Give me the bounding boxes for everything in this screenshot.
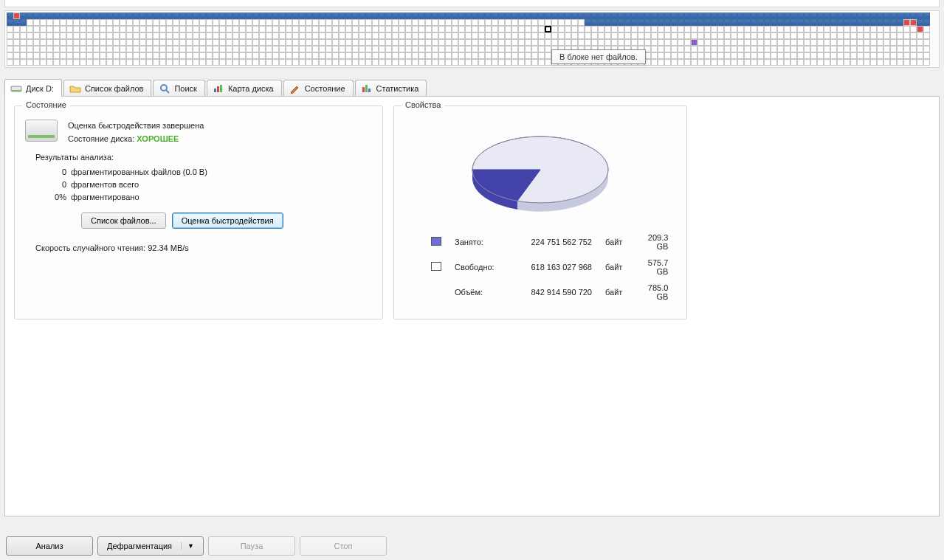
diskmap-cell[interactable] — [219, 19, 226, 26]
diskmap-cell[interactable] — [292, 32, 299, 39]
diskmap-cell[interactable] — [697, 46, 704, 52]
diskmap-cell[interactable] — [764, 19, 771, 26]
diskmap-cell[interactable] — [306, 32, 312, 39]
diskmap-cell[interactable] — [166, 39, 173, 46]
diskmap-cell[interactable] — [511, 59, 518, 66]
diskmap-cell[interactable] — [498, 39, 505, 46]
diskmap-cell[interactable] — [332, 59, 339, 66]
diskmap-cell[interactable] — [844, 52, 850, 59]
diskmap-cell[interactable] — [857, 32, 864, 39]
diskmap-cell[interactable] — [80, 59, 86, 66]
diskmap-cell[interactable] — [73, 32, 80, 39]
diskmap-cell[interactable] — [903, 59, 910, 66]
diskmap-cell[interactable] — [432, 26, 438, 32]
diskmap-cell[interactable] — [651, 39, 658, 46]
diskmap-cell[interactable] — [213, 46, 219, 52]
diskmap-cell[interactable] — [538, 52, 545, 59]
diskmap-cell[interactable] — [133, 13, 139, 19]
diskmap-cell[interactable] — [585, 13, 591, 19]
diskmap-cell[interactable] — [565, 13, 571, 19]
diskmap-cell[interactable] — [286, 59, 292, 66]
diskmap-cell[interactable] — [830, 26, 837, 32]
diskmap-cell[interactable] — [279, 19, 286, 26]
diskmap-cell[interactable] — [691, 52, 697, 59]
diskmap-cell[interactable] — [571, 19, 578, 26]
diskmap-cell[interactable] — [917, 19, 923, 26]
diskmap-cell[interactable] — [857, 39, 864, 46]
diskmap-cell[interactable] — [764, 39, 771, 46]
diskmap-cell[interactable] — [232, 13, 239, 19]
diskmap-cell[interactable] — [910, 13, 917, 19]
diskmap-cell[interactable] — [359, 19, 365, 26]
diskmap-cell[interactable] — [864, 46, 870, 52]
diskmap-cell[interactable] — [864, 52, 870, 59]
diskmap-cell[interactable] — [923, 13, 930, 19]
diskmap-cell[interactable] — [425, 32, 432, 39]
diskmap-cell[interactable] — [744, 46, 751, 52]
diskmap-cell[interactable] — [764, 26, 771, 32]
diskmap-cell[interactable] — [565, 19, 571, 26]
diskmap-cell[interactable] — [412, 19, 418, 26]
diskmap-cell[interactable] — [66, 59, 73, 66]
diskmap-cell[interactable] — [405, 19, 412, 26]
diskmap-cell[interactable] — [737, 52, 744, 59]
diskmap-cell[interactable] — [399, 32, 405, 39]
diskmap-cell[interactable] — [458, 19, 465, 26]
diskmap-cell[interactable] — [13, 59, 20, 66]
diskmap-cell[interactable] — [452, 19, 458, 26]
diskmap-cell[interactable] — [850, 52, 857, 59]
diskmap-cell[interactable] — [292, 19, 299, 26]
diskmap-cell[interactable] — [365, 26, 372, 32]
diskmap-cell[interactable] — [292, 59, 299, 66]
diskmap-cell[interactable] — [578, 26, 585, 32]
diskmap-cell[interactable] — [392, 32, 399, 39]
diskmap-cell[interactable] — [797, 39, 804, 46]
diskmap-cell[interactable] — [266, 39, 272, 46]
diskmap-cell[interactable] — [744, 59, 751, 66]
diskmap-cell[interactable] — [551, 19, 558, 26]
diskmap-cell[interactable] — [511, 19, 518, 26]
diskmap-cell[interactable] — [226, 13, 232, 19]
diskmap-cell[interactable] — [691, 13, 697, 19]
diskmap-cell[interactable] — [658, 13, 664, 19]
diskmap-cell[interactable] — [159, 26, 166, 32]
diskmap-cell[interactable] — [724, 32, 731, 39]
diskmap-cell[interactable] — [246, 52, 252, 59]
diskmap-cell[interactable] — [631, 32, 638, 39]
diskmap-cell[interactable] — [365, 46, 372, 52]
diskmap-cell[interactable] — [764, 46, 771, 52]
diskmap-cell[interactable] — [757, 19, 764, 26]
diskmap-cell[interactable] — [618, 39, 624, 46]
diskmap-cell[interactable] — [246, 46, 252, 52]
diskmap-cell[interactable] — [219, 13, 226, 19]
diskmap-cell[interactable] — [252, 59, 259, 66]
diskmap-cell[interactable] — [173, 46, 179, 52]
diskmap-cell[interactable] — [717, 59, 724, 66]
diskmap-cell[interactable] — [425, 39, 432, 46]
diskmap-cell[interactable] — [133, 52, 139, 59]
diskmap-cell[interactable] — [319, 26, 325, 32]
diskmap-cell[interactable] — [193, 32, 199, 39]
diskmap-cell[interactable] — [551, 32, 558, 39]
diskmap-cell[interactable] — [120, 46, 126, 52]
diskmap-cell[interactable] — [246, 59, 252, 66]
diskmap-cell[interactable] — [751, 13, 757, 19]
diskmap-cell[interactable] — [850, 59, 857, 66]
diskmap-cell[interactable] — [186, 13, 193, 19]
diskmap-cell[interactable] — [717, 26, 724, 32]
diskmap-cell[interactable] — [857, 13, 864, 19]
diskmap-cell[interactable] — [120, 59, 126, 66]
diskmap-cell[interactable] — [27, 46, 33, 52]
diskmap-cell[interactable] — [60, 59, 66, 66]
diskmap-cell[interactable] — [505, 59, 511, 66]
diskmap-cell[interactable] — [784, 13, 790, 19]
diskmap-cell[interactable] — [704, 46, 711, 52]
diskmap-cell[interactable] — [20, 46, 27, 52]
diskmap-cell[interactable] — [246, 19, 252, 26]
diskmap-cell[interactable] — [40, 52, 46, 59]
diskmap-cell[interactable] — [525, 52, 531, 59]
diskmap-cell[interactable] — [511, 52, 518, 59]
diskmap-cell[interactable] — [478, 26, 485, 32]
diskmap-cell[interactable] — [219, 59, 226, 66]
diskmap-cell[interactable] — [644, 39, 651, 46]
